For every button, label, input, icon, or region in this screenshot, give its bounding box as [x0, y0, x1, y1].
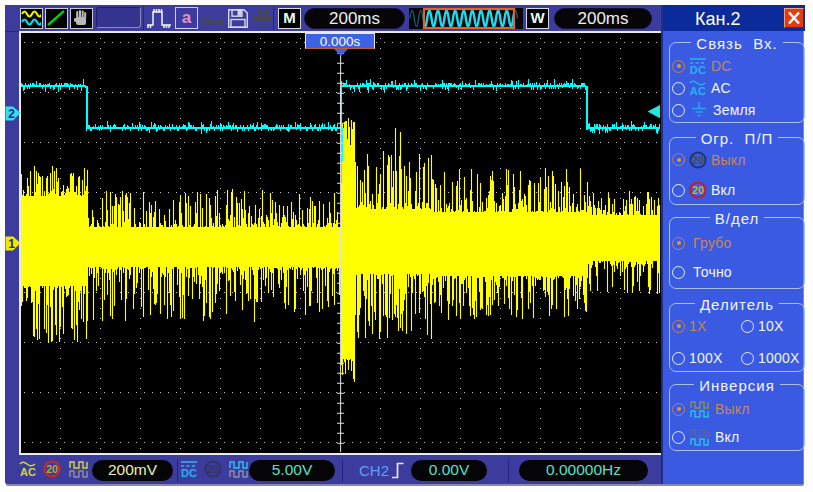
- svg-text:20: 20: [692, 184, 704, 196]
- svg-text:20: 20: [207, 463, 219, 475]
- svg-text:DC: DC: [690, 64, 706, 76]
- svg-text:AC: AC: [690, 85, 706, 97]
- svg-text:DC: DC: [181, 467, 197, 479]
- svg-text:20: 20: [46, 463, 58, 475]
- svg-text:20: 20: [692, 154, 704, 166]
- svg-text:2: 2: [8, 107, 15, 121]
- svg-text:1: 1: [8, 237, 15, 251]
- svg-text:AC: AC: [20, 466, 36, 478]
